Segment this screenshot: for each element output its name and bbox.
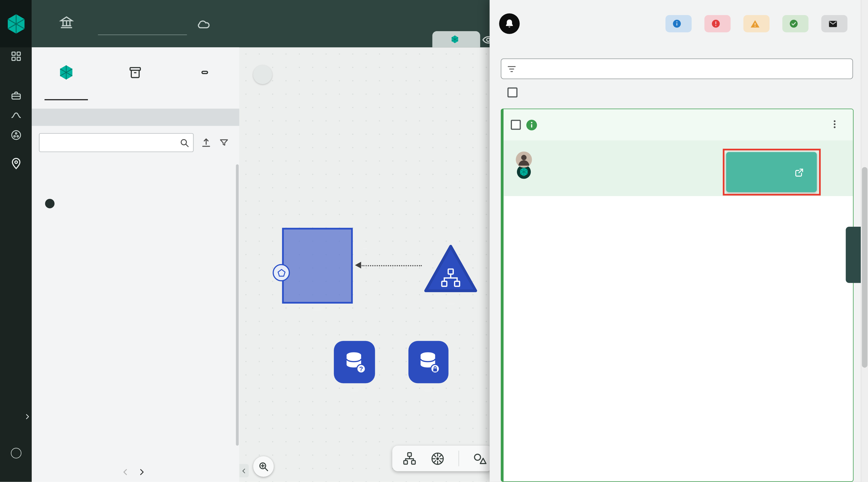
canvas-settings-gear[interactable] [253,65,272,84]
node-wp-pv[interactable] [408,341,448,383]
tab-catalog[interactable] [101,47,170,100]
tab-designs[interactable] [32,47,101,100]
error-icon [711,19,720,28]
edge-port-label [363,248,367,249]
dashboard-icon[interactable] [10,51,22,62]
panel-tab-bar [32,47,239,100]
import-design-icon[interactable] [200,137,212,148]
cloud-sync-icon[interactable] [196,16,211,31]
node-wordpress-container[interactable] [282,228,352,304]
toolbox-icon[interactable] [10,90,22,101]
info-status-icon [525,119,538,132]
panel-scrollbar-thumb[interactable] [862,167,867,367]
search-design-input[interactable] [39,133,193,152]
previous-page-button[interactable] [121,467,130,477]
extensions-icon[interactable] [10,129,22,141]
designs-count-header [32,109,239,126]
node-label-wordpress-triangle [446,303,455,305]
notification-menu-kebab[interactable] [829,119,840,130]
wasm-filters-icon [201,70,208,74]
notification-bell-icon[interactable] [499,13,520,34]
info-icon [672,19,681,28]
info-count-badge[interactable] [665,15,691,32]
node-pentagon-badge[interactable] [273,264,290,281]
designs-panel [32,47,239,482]
envelope-icon [828,19,838,29]
panel-scrollbar-track[interactable] [861,0,868,482]
meshery-logo[interactable] [0,0,32,47]
notifications-panel [490,0,868,482]
notification-group-card [501,109,854,482]
notification-badges [665,15,847,32]
notification-detail-section [503,141,853,196]
edge-connection[interactable] [362,265,422,266]
annotation-highlight-rect [723,149,821,196]
filter-designs-icon[interactable] [219,137,229,148]
help-icon[interactable] [11,448,21,458]
filter-notifications-box [501,58,853,79]
notification-checkbox[interactable] [511,120,521,130]
search-icon[interactable] [179,138,190,148]
app-window: ? [0,0,868,482]
catalog-archive-icon [128,65,143,80]
filter-notifications-input[interactable] [522,64,847,74]
layout-sitemap-icon[interactable] [402,451,417,465]
next-page-button[interactable] [137,467,146,477]
edge-arrowhead [355,262,361,268]
error-count-badge[interactable] [704,15,731,32]
success-count-badge[interactable] [782,15,809,32]
filter-lines-icon [507,64,517,74]
svg-text:?: ? [359,365,363,372]
active-tab-indicator [44,99,88,100]
shapes-icon[interactable] [472,451,487,465]
tab-filters[interactable] [170,47,240,100]
node-wp-pv-claim[interactable]: ? [334,341,375,383]
success-icon [789,19,798,28]
design-name-input[interactable] [98,20,187,35]
zoom-button[interactable] [253,456,274,477]
canvas-dock [392,446,490,471]
designs-tab-icon [59,64,74,80]
panel-collapse-chevron[interactable] [239,464,249,477]
design-owner-avatar [45,199,55,208]
design-search-row [39,133,239,152]
node-label-wordpress-square [313,309,321,311]
design-list [32,178,239,463]
sidebar-expand-chevron[interactable] [23,410,32,423]
kubernetes-icon[interactable] [430,451,445,466]
node-label-wp-pv-claim [350,389,359,392]
user-avatar [516,151,532,168]
location-pin-icon[interactable] [9,157,22,170]
tab-design[interactable] [432,31,480,48]
design-canvas[interactable]: ? [239,47,490,482]
read-count-badge[interactable] [821,15,847,32]
node-label-wp-pv [424,389,433,392]
design-list-scrollbar[interactable] [236,164,239,446]
top-header [32,0,490,47]
warning-icon [750,19,760,29]
feedback-tab[interactable] [846,227,861,283]
node-wordpress-service[interactable] [423,243,478,293]
notification-header-row[interactable] [503,109,853,140]
pagination-bar [32,462,239,482]
performance-curve-icon[interactable] [10,110,22,121]
warning-count-badge[interactable] [743,15,770,32]
dock-divider [458,451,459,466]
app-sidebar [0,0,32,482]
select-all-checkbox[interactable] [507,87,518,97]
organization-icon[interactable] [59,15,74,30]
